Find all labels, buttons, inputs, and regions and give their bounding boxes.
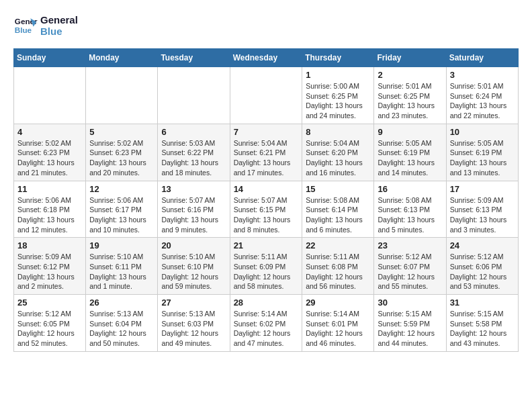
day-number: 13: [161, 184, 226, 194]
calendar-cell: 12Sunrise: 5:06 AM Sunset: 6:17 PM Dayli…: [86, 181, 158, 238]
calendar-cell: 2Sunrise: 5:01 AM Sunset: 6:25 PM Daylig…: [374, 67, 446, 124]
day-number: 16: [378, 184, 442, 194]
weekday-header-sunday: Sunday: [14, 49, 86, 67]
day-number: 9: [378, 127, 442, 137]
calendar-cell: 22Sunrise: 5:11 AM Sunset: 6:08 PM Dayli…: [302, 238, 374, 295]
day-info: Sunrise: 5:11 AM Sunset: 6:09 PM Dayligh…: [234, 252, 299, 291]
calendar-cell: 28Sunrise: 5:14 AM Sunset: 6:02 PM Dayli…: [230, 295, 302, 352]
calendar-cell: 14Sunrise: 5:07 AM Sunset: 6:15 PM Dayli…: [230, 181, 302, 238]
day-number: 27: [161, 298, 226, 308]
calendar-cell: 3Sunrise: 5:01 AM Sunset: 6:24 PM Daylig…: [446, 67, 518, 124]
day-number: 30: [378, 298, 442, 308]
week-row-2: 4Sunrise: 5:02 AM Sunset: 6:23 PM Daylig…: [14, 124, 519, 181]
day-info: Sunrise: 5:15 AM Sunset: 5:58 PM Dayligh…: [450, 309, 515, 349]
calendar-cell: 24Sunrise: 5:12 AM Sunset: 6:06 PM Dayli…: [446, 238, 518, 295]
day-number: 20: [161, 240, 226, 250]
weekday-header-row: SundayMondayTuesdayWednesdayThursdayFrid…: [14, 49, 519, 67]
day-number: 7: [234, 127, 299, 137]
calendar-cell: 4Sunrise: 5:02 AM Sunset: 6:23 PM Daylig…: [14, 124, 86, 181]
day-info: Sunrise: 5:12 AM Sunset: 6:05 PM Dayligh…: [17, 309, 82, 349]
day-info: Sunrise: 5:08 AM Sunset: 6:14 PM Dayligh…: [306, 195, 370, 235]
day-info: Sunrise: 5:08 AM Sunset: 6:13 PM Dayligh…: [378, 195, 442, 235]
calendar-cell: 29Sunrise: 5:14 AM Sunset: 6:01 PM Dayli…: [302, 295, 374, 352]
calendar-cell: 6Sunrise: 5:03 AM Sunset: 6:22 PM Daylig…: [158, 124, 230, 181]
calendar-cell: 17Sunrise: 5:09 AM Sunset: 6:13 PM Dayli…: [446, 181, 518, 238]
weekday-header-saturday: Saturday: [446, 49, 518, 67]
week-row-5: 25Sunrise: 5:12 AM Sunset: 6:05 PM Dayli…: [14, 295, 519, 352]
day-info: Sunrise: 5:05 AM Sunset: 6:19 PM Dayligh…: [378, 138, 442, 178]
day-number: 26: [89, 298, 154, 308]
day-number: 6: [161, 127, 226, 137]
calendar-cell: 1Sunrise: 5:00 AM Sunset: 6:25 PM Daylig…: [302, 67, 374, 124]
day-number: 21: [234, 240, 299, 250]
calendar-cell: 8Sunrise: 5:04 AM Sunset: 6:20 PM Daylig…: [302, 124, 374, 181]
calendar-cell: 31Sunrise: 5:15 AM Sunset: 5:58 PM Dayli…: [446, 295, 518, 352]
week-row-3: 11Sunrise: 5:06 AM Sunset: 6:18 PM Dayli…: [14, 181, 519, 238]
day-info: Sunrise: 5:10 AM Sunset: 6:10 PM Dayligh…: [161, 252, 226, 291]
day-info: Sunrise: 5:07 AM Sunset: 6:15 PM Dayligh…: [234, 195, 299, 235]
day-info: Sunrise: 5:14 AM Sunset: 6:02 PM Dayligh…: [234, 309, 299, 349]
day-number: 3: [450, 70, 515, 80]
calendar-cell: 25Sunrise: 5:12 AM Sunset: 6:05 PM Dayli…: [14, 295, 86, 352]
calendar-cell: [86, 67, 158, 124]
calendar-cell: [14, 67, 86, 124]
calendar-cell: 10Sunrise: 5:05 AM Sunset: 6:19 PM Dayli…: [446, 124, 518, 181]
calendar-cell: 30Sunrise: 5:15 AM Sunset: 5:59 PM Dayli…: [374, 295, 446, 352]
page-header: General Blue General Blue: [13, 13, 519, 38]
day-info: Sunrise: 5:02 AM Sunset: 6:23 PM Dayligh…: [89, 138, 154, 178]
week-row-4: 18Sunrise: 5:09 AM Sunset: 6:12 PM Dayli…: [14, 238, 519, 295]
day-number: 12: [89, 184, 154, 194]
day-number: 14: [234, 184, 299, 194]
day-number: 10: [450, 127, 515, 137]
day-info: Sunrise: 5:03 AM Sunset: 6:22 PM Dayligh…: [161, 138, 226, 178]
day-info: Sunrise: 5:10 AM Sunset: 6:11 PM Dayligh…: [89, 252, 154, 291]
day-number: 4: [17, 127, 82, 137]
day-info: Sunrise: 5:13 AM Sunset: 6:04 PM Dayligh…: [89, 309, 154, 349]
calendar-cell: 11Sunrise: 5:06 AM Sunset: 6:18 PM Dayli…: [14, 181, 86, 238]
day-info: Sunrise: 5:11 AM Sunset: 6:08 PM Dayligh…: [306, 252, 370, 291]
calendar-cell: 16Sunrise: 5:08 AM Sunset: 6:13 PM Dayli…: [374, 181, 446, 238]
day-info: Sunrise: 5:14 AM Sunset: 6:01 PM Dayligh…: [306, 309, 370, 349]
day-number: 24: [450, 240, 515, 250]
day-number: 25: [17, 298, 82, 308]
weekday-header-thursday: Thursday: [302, 49, 374, 67]
logo-blue: Blue: [40, 26, 78, 37]
calendar-cell: 21Sunrise: 5:11 AM Sunset: 6:09 PM Dayli…: [230, 238, 302, 295]
weekday-header-wednesday: Wednesday: [230, 49, 302, 67]
calendar-table: SundayMondayTuesdayWednesdayThursdayFrid…: [13, 48, 519, 352]
day-info: Sunrise: 5:12 AM Sunset: 6:07 PM Dayligh…: [378, 252, 442, 291]
calendar-cell: [230, 67, 302, 124]
day-info: Sunrise: 5:12 AM Sunset: 6:06 PM Dayligh…: [450, 252, 515, 291]
logo-general: General: [40, 14, 78, 26]
day-info: Sunrise: 5:05 AM Sunset: 6:19 PM Dayligh…: [450, 138, 515, 178]
day-info: Sunrise: 5:07 AM Sunset: 6:16 PM Dayligh…: [161, 195, 226, 235]
day-number: 23: [378, 240, 442, 250]
day-info: Sunrise: 5:09 AM Sunset: 6:12 PM Dayligh…: [17, 252, 82, 291]
calendar-cell: 5Sunrise: 5:02 AM Sunset: 6:23 PM Daylig…: [86, 124, 158, 181]
day-info: Sunrise: 5:15 AM Sunset: 5:59 PM Dayligh…: [378, 309, 442, 349]
day-info: Sunrise: 5:04 AM Sunset: 6:21 PM Dayligh…: [234, 138, 299, 178]
week-row-1: 1Sunrise: 5:00 AM Sunset: 6:25 PM Daylig…: [14, 67, 519, 124]
calendar-cell: 9Sunrise: 5:05 AM Sunset: 6:19 PM Daylig…: [374, 124, 446, 181]
logo-icon: General Blue: [13, 13, 38, 38]
day-number: 31: [450, 298, 515, 308]
day-number: 18: [17, 240, 82, 250]
day-number: 15: [306, 184, 370, 194]
day-info: Sunrise: 5:01 AM Sunset: 6:24 PM Dayligh…: [450, 81, 515, 121]
logo: General Blue General Blue: [13, 13, 78, 38]
day-info: Sunrise: 5:09 AM Sunset: 6:13 PM Dayligh…: [450, 195, 515, 235]
day-info: Sunrise: 5:06 AM Sunset: 6:18 PM Dayligh…: [17, 195, 82, 235]
calendar-cell: 23Sunrise: 5:12 AM Sunset: 6:07 PM Dayli…: [374, 238, 446, 295]
day-number: 8: [306, 127, 370, 137]
day-info: Sunrise: 5:06 AM Sunset: 6:17 PM Dayligh…: [89, 195, 154, 235]
day-number: 11: [17, 184, 82, 194]
day-info: Sunrise: 5:01 AM Sunset: 6:25 PM Dayligh…: [378, 81, 442, 121]
day-number: 28: [234, 298, 299, 308]
calendar-cell: 19Sunrise: 5:10 AM Sunset: 6:11 PM Dayli…: [86, 238, 158, 295]
calendar-cell: 18Sunrise: 5:09 AM Sunset: 6:12 PM Dayli…: [14, 238, 86, 295]
day-number: 17: [450, 184, 515, 194]
calendar-cell: 26Sunrise: 5:13 AM Sunset: 6:04 PM Dayli…: [86, 295, 158, 352]
calendar-cell: 20Sunrise: 5:10 AM Sunset: 6:10 PM Dayli…: [158, 238, 230, 295]
day-info: Sunrise: 5:13 AM Sunset: 6:03 PM Dayligh…: [161, 309, 226, 349]
calendar-cell: 27Sunrise: 5:13 AM Sunset: 6:03 PM Dayli…: [158, 295, 230, 352]
